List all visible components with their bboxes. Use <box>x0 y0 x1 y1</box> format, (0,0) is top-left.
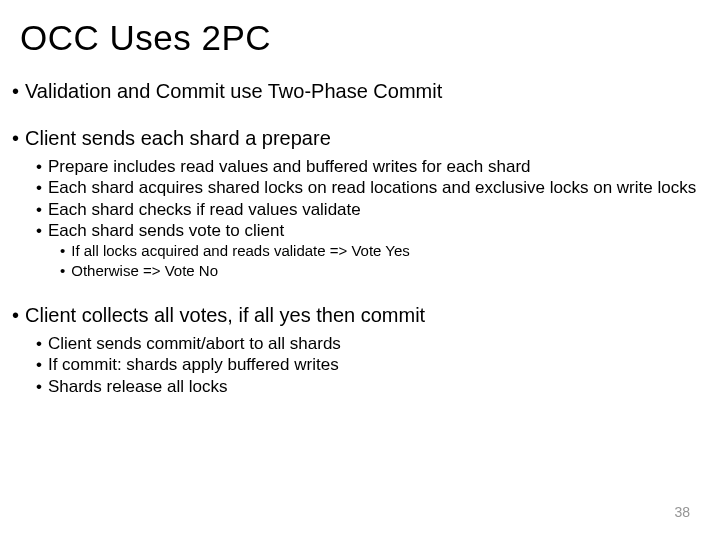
point-2-4-2-text: Otherwise => Vote No <box>71 261 218 281</box>
point-3-1-text: Client sends commit/abort to all shards <box>48 333 341 354</box>
bullet-icon: • <box>36 177 42 198</box>
bullet-icon: • <box>36 333 42 354</box>
point-2-1-text: Prepare includes read values and buffere… <box>48 156 531 177</box>
point-3-text: Client collects all votes, if all yes th… <box>25 304 425 327</box>
point-2: • Client sends each shard a prepare <box>12 127 708 150</box>
slide-number: 38 <box>674 504 690 520</box>
point-3-3: • Shards release all locks <box>36 376 708 397</box>
bullet-icon: • <box>60 261 65 281</box>
point-2-4-text: Each shard sends vote to client <box>48 220 284 241</box>
point-2-4: • Each shard sends vote to client <box>36 220 708 241</box>
point-3-group: • Client collects all votes, if all yes … <box>12 304 708 397</box>
point-2-3: • Each shard checks if read values valid… <box>36 199 708 220</box>
bullet-icon: • <box>36 156 42 177</box>
bullet-icon: • <box>12 304 19 327</box>
point-2-text: Client sends each shard a prepare <box>25 127 331 150</box>
point-3-1: • Client sends commit/abort to all shard… <box>36 333 708 354</box>
point-1-text: Validation and Commit use Two-Phase Comm… <box>25 80 442 103</box>
bullet-icon: • <box>60 241 65 261</box>
point-2-3-text: Each shard checks if read values validat… <box>48 199 361 220</box>
bullet-icon: • <box>12 80 19 103</box>
point-2-2-text: Each shard acquires shared locks on read… <box>48 177 696 198</box>
point-3-2-text: If commit: shards apply buffered writes <box>48 354 339 375</box>
bullet-icon: • <box>36 220 42 241</box>
point-2-2: • Each shard acquires shared locks on re… <box>36 177 708 198</box>
point-1: • Validation and Commit use Two-Phase Co… <box>12 80 708 103</box>
point-3-2: • If commit: shards apply buffered write… <box>36 354 708 375</box>
point-2-1: • Prepare includes read values and buffe… <box>36 156 708 177</box>
point-1-group: • Validation and Commit use Two-Phase Co… <box>12 80 708 103</box>
slide-title: OCC Uses 2PC <box>20 18 708 58</box>
point-2-4-1: • If all locks acquired and reads valida… <box>60 241 708 261</box>
bullet-icon: • <box>36 199 42 220</box>
point-3: • Client collects all votes, if all yes … <box>12 304 708 327</box>
point-2-4-2: • Otherwise => Vote No <box>60 261 708 281</box>
bullet-icon: • <box>12 127 19 150</box>
bullet-icon: • <box>36 354 42 375</box>
point-2-4-1-text: If all locks acquired and reads validate… <box>71 241 410 261</box>
point-3-3-text: Shards release all locks <box>48 376 228 397</box>
point-2-group: • Client sends each shard a prepare • Pr… <box>12 127 708 280</box>
bullet-icon: • <box>36 376 42 397</box>
